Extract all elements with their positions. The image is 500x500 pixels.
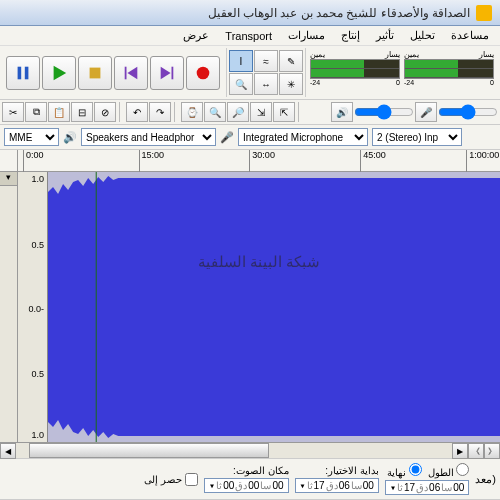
- separator: [298, 102, 302, 122]
- track-collapse-button[interactable]: ▾: [0, 172, 17, 186]
- separator: [119, 102, 123, 122]
- speaker-icon: 🔊: [63, 130, 77, 144]
- scroll-track[interactable]: [16, 443, 452, 458]
- tools-grid: I ≈ ✎ 🔍 ↔ ✳: [226, 48, 305, 97]
- sync-lock-button[interactable]: ⌚: [181, 102, 203, 122]
- svg-marker-5: [127, 66, 137, 79]
- zoom-out-button[interactable]: 🔎: [227, 102, 249, 122]
- timeshift-tool[interactable]: ↔: [254, 73, 278, 95]
- svg-marker-2: [54, 65, 67, 79]
- menu-transport[interactable]: Transport: [218, 28, 279, 44]
- scroll-right-button[interactable]: ▶: [452, 443, 468, 459]
- timeline-gutter: [0, 150, 18, 171]
- menu-tracks[interactable]: مسارات: [281, 27, 332, 44]
- multi-tool[interactable]: ✳: [279, 73, 303, 95]
- undo-button[interactable]: ↶: [126, 102, 148, 122]
- selection-toolbar: (معد الطول نهاية 00سا 06دق 17ثا▾ بداية ا…: [0, 458, 500, 499]
- selection-end-field[interactable]: 00سا 06دق 17ثا▾: [385, 480, 469, 495]
- menu-view[interactable]: عرض: [176, 27, 216, 44]
- copy-button[interactable]: ⧉: [25, 102, 47, 122]
- menu-analyze[interactable]: تحليل: [403, 27, 442, 44]
- timeline-ruler[interactable]: 0:00 15:00 30:00 45:00 1:00:00: [0, 150, 500, 172]
- trim-button[interactable]: ⊟: [71, 102, 93, 122]
- menu-bar: مساعدة تحليل تأثير إنتاج مسارات Transpor…: [0, 26, 500, 46]
- skip-start-button[interactable]: [114, 56, 148, 90]
- audio-position-field[interactable]: 00سا 00دق 00ثا▾: [204, 478, 288, 493]
- input-volume-slider[interactable]: [438, 104, 498, 120]
- svg-rect-4: [125, 66, 127, 79]
- meters-area: يساريمين -240 يساريمين -240: [305, 48, 498, 97]
- zoom-tool[interactable]: 🔍: [229, 73, 253, 95]
- microphone-icon: 🎤: [220, 130, 234, 144]
- envelope-tool[interactable]: ≈: [254, 50, 278, 72]
- horizontal-scrollbar: ◀ ▶ 《 》: [0, 442, 500, 458]
- fit-project-button[interactable]: ⇱: [273, 102, 295, 122]
- output-meter[interactable]: يساريمين -240: [310, 50, 400, 95]
- scroll-left-button[interactable]: ◀: [0, 443, 16, 459]
- end-radio[interactable]: [409, 463, 422, 476]
- app-icon: [476, 5, 492, 21]
- mic-icon: 🎤: [415, 102, 437, 122]
- length-radio[interactable]: [456, 463, 469, 476]
- edit-toolbar: ✂ ⧉ 📋 ⊟ ⊘ ↶ ↷ ⌚ 🔍 🔎 ⇲ ⇱ 🔊 🎤: [0, 100, 500, 125]
- input-channels-select[interactable]: 2 (Stereo) Inp: [372, 128, 462, 146]
- cut-button[interactable]: ✂: [2, 102, 24, 122]
- scroll-end-right-button[interactable]: 》: [484, 443, 500, 459]
- menu-effect[interactable]: تأثير: [369, 27, 401, 44]
- svg-rect-3: [90, 67, 101, 78]
- svg-marker-7: [161, 66, 171, 79]
- skip-end-button[interactable]: [150, 56, 184, 90]
- svg-point-8: [197, 66, 210, 79]
- window-title: الصداقة والأصدقاء للشيخ محمد بن عبد الوه…: [208, 6, 470, 20]
- silence-button[interactable]: ⊘: [94, 102, 116, 122]
- transport-toolbar: I ≈ ✎ 🔍 ↔ ✳ يساريمين -240 يساريمين -240: [0, 46, 500, 100]
- vol-icon: 🔊: [331, 102, 353, 122]
- redo-button[interactable]: ↷: [149, 102, 171, 122]
- timeline-tick: 30:00: [249, 150, 275, 172]
- selection-start-label: بداية الاختيار:: [295, 465, 379, 476]
- input-meter[interactable]: يساريمين -240: [404, 50, 494, 95]
- menu-help[interactable]: مساعدة: [444, 27, 496, 44]
- play-button[interactable]: [42, 56, 76, 90]
- timeline-tick: 1:00:00: [466, 150, 499, 172]
- fit-selection-button[interactable]: ⇲: [250, 102, 272, 122]
- audio-host-select[interactable]: MME: [4, 128, 59, 146]
- vertical-scale: 1.0 0.5 0.0- 0.5 1.0: [18, 172, 48, 442]
- snap-to-checkbox[interactable]: [185, 473, 198, 486]
- project-rate-label: (معد: [475, 473, 496, 486]
- selection-start-field[interactable]: 00سا 06دق 17ثا▾: [295, 478, 379, 493]
- length-radio-label[interactable]: الطول: [428, 463, 470, 478]
- record-button[interactable]: [186, 56, 220, 90]
- zoom-in-button[interactable]: 🔍: [204, 102, 226, 122]
- output-volume-slider[interactable]: [354, 104, 414, 120]
- draw-tool[interactable]: ✎: [279, 50, 303, 72]
- end-radio-label[interactable]: نهاية: [387, 463, 422, 478]
- snap-to-label: حصر إلى: [144, 474, 182, 485]
- waveform-view[interactable]: 1.0 0.5 0.0- 0.5 1.0 شبكة البينة السلفية: [18, 172, 500, 442]
- timeline-tick: 15:00: [139, 150, 165, 172]
- scroll-end-left-button[interactable]: 《: [468, 443, 484, 459]
- paste-button[interactable]: 📋: [48, 102, 70, 122]
- menu-generate[interactable]: إنتاج: [334, 27, 367, 44]
- svg-rect-1: [25, 66, 29, 79]
- stop-button[interactable]: [78, 56, 112, 90]
- pause-button[interactable]: [6, 56, 40, 90]
- input-device-select[interactable]: Integrated Microphone: [238, 128, 368, 146]
- track-area: ▾ 1.0 0.5 0.0- 0.5 1.0 شبكة البينة السلف…: [0, 172, 500, 442]
- waveform-canvas: [48, 172, 500, 442]
- selection-tool[interactable]: I: [229, 50, 253, 72]
- scroll-thumb[interactable]: [29, 443, 269, 458]
- separator: [174, 102, 178, 122]
- svg-rect-6: [172, 66, 174, 79]
- window-titlebar: الصداقة والأصدقاء للشيخ محمد بن عبد الوه…: [0, 0, 500, 26]
- svg-rect-0: [18, 66, 22, 79]
- track-gutter: ▾: [0, 172, 18, 442]
- device-toolbar: MME 🔊 Speakers and Headphor 🎤 Integrated…: [0, 125, 500, 150]
- output-device-select[interactable]: Speakers and Headphor: [81, 128, 216, 146]
- audio-position-label: مكان الصوت:: [204, 465, 288, 476]
- timeline-tick: 45:00: [360, 150, 386, 172]
- timeline-tick: 0:00: [23, 150, 44, 172]
